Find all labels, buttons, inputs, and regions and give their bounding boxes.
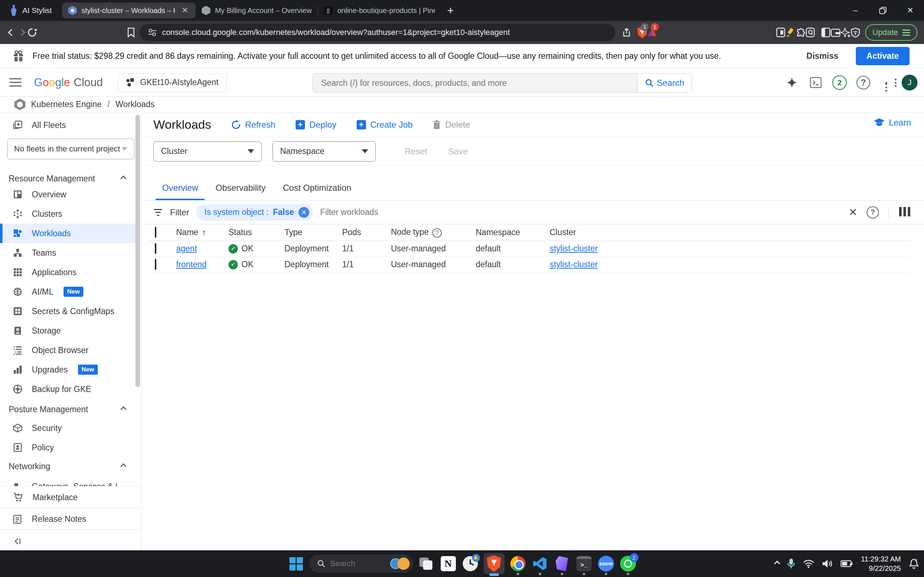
vscode-app-icon[interactable] xyxy=(531,555,549,572)
section-networking[interactable]: Networking xyxy=(0,457,136,475)
share-button[interactable] xyxy=(622,24,631,40)
chrome-app-icon[interactable] xyxy=(509,555,527,572)
filter-workloads-input[interactable] xyxy=(320,207,842,217)
brave-shields-button[interactable]: 1 xyxy=(637,24,647,40)
learn-link[interactable]: Learn xyxy=(874,118,911,128)
tab-overview[interactable]: Overview xyxy=(153,183,207,200)
reset-button[interactable]: Reset xyxy=(399,147,432,156)
reload-button[interactable] xyxy=(27,24,37,41)
sidebar-panel-button[interactable] xyxy=(821,24,830,40)
bookmark-button[interactable] xyxy=(126,24,136,41)
select-all-checkbox[interactable] xyxy=(155,227,156,238)
tab-group-ai-stylist[interactable]: AI Stylist xyxy=(0,5,62,16)
zoom-app-icon[interactable]: zoom xyxy=(597,555,615,572)
sidebar-item-security[interactable]: Security xyxy=(0,418,136,438)
row-checkbox[interactable] xyxy=(155,259,156,270)
col-header-type[interactable]: Type xyxy=(284,227,342,237)
section-posture-management[interactable]: Posture Management xyxy=(0,400,136,418)
restore-button[interactable] xyxy=(869,0,897,21)
whatsapp-app-icon[interactable]: 2 xyxy=(619,555,637,572)
row-checkbox[interactable] xyxy=(155,243,156,254)
more-options-button[interactable] xyxy=(878,73,897,92)
cloud-shell-button[interactable] xyxy=(806,73,825,92)
wallet-button[interactable] xyxy=(830,24,841,40)
taskbar-clock[interactable]: 11:29:32 AM 9/22/2025 xyxy=(861,554,901,573)
sidebar-item-policy[interactable]: Policy xyxy=(0,438,136,457)
cluster-link[interactable]: stylist-cluster xyxy=(550,259,598,269)
tab-close-icon[interactable]: ✕ xyxy=(179,5,190,16)
dismiss-button[interactable]: Dismiss xyxy=(798,48,847,64)
help-icon[interactable]: ? xyxy=(432,228,442,238)
filter-chip-system-object[interactable]: Is system object : False ✕ xyxy=(196,204,313,221)
cloud-search-bar[interactable]: Search xyxy=(312,73,692,93)
sidebar-item-backup-gke[interactable]: Backup for GKE xyxy=(0,379,136,399)
sidebar-item-storage[interactable]: Storage xyxy=(0,321,136,340)
notion-app-icon[interactable]: N xyxy=(439,555,457,572)
browser-update-button[interactable]: Update xyxy=(865,24,918,41)
activate-button[interactable]: Activate xyxy=(856,47,909,65)
breadcrumb-parent[interactable]: Kubernetes Engine xyxy=(31,100,102,109)
workload-link[interactable]: agent xyxy=(176,244,197,253)
workload-link[interactable]: frontend xyxy=(176,259,207,269)
project-selector[interactable]: GKEt10-AIstyleAgent xyxy=(118,73,227,92)
microphone-icon[interactable] xyxy=(787,558,795,569)
sidebar-scrollbar[interactable] xyxy=(135,115,140,387)
refresh-button[interactable]: Refresh xyxy=(231,120,275,130)
create-job-button[interactable]: + Create Job xyxy=(357,120,412,130)
extension-reader-icon[interactable] xyxy=(776,24,785,40)
sidebar-item-clipped[interactable]: Gateways, Services & I xyxy=(0,477,142,486)
tab-stylist-cluster[interactable]: stylist-cluster – Workloads – Kub ✕ xyxy=(62,3,195,18)
col-header-node-type[interactable]: Node type? xyxy=(391,227,476,238)
sidebar-item-overview[interactable]: Overview xyxy=(0,185,136,204)
notification-bell-icon[interactable]: zz xyxy=(909,558,919,569)
col-header-name[interactable]: Name↑ xyxy=(176,227,228,237)
sidebar-item-marketplace[interactable]: Marketplace xyxy=(0,488,136,507)
notifications-button[interactable]: 2 xyxy=(830,73,849,92)
sidebar-item-all-fleets[interactable]: All Fleets xyxy=(0,115,136,135)
sidebar-item-clusters[interactable]: Clusters xyxy=(0,204,136,224)
terminal-app-icon[interactable]: >_ xyxy=(575,555,593,572)
clear-filters-icon[interactable]: ✕ xyxy=(849,206,857,218)
back-button[interactable] xyxy=(6,24,16,41)
col-header-cluster[interactable]: Cluster xyxy=(550,227,911,237)
cluster-dropdown[interactable]: Cluster xyxy=(153,141,262,161)
volume-icon[interactable] xyxy=(822,559,833,568)
extension-puzzle-icon[interactable] xyxy=(795,24,806,40)
filter-help-icon[interactable]: ? xyxy=(867,206,879,219)
cloud-search-button[interactable]: Search xyxy=(637,74,691,92)
cluster-link[interactable]: stylist-cluster xyxy=(550,244,598,253)
minimize-button[interactable]: – xyxy=(842,0,869,21)
gemini-button[interactable] xyxy=(782,73,801,92)
extension-highlighter-icon[interactable] xyxy=(785,24,795,40)
sidebar-item-ai-ml[interactable]: AI/ML New xyxy=(0,282,136,301)
collapse-sidebar-button[interactable] xyxy=(0,532,136,551)
nav-menu-button[interactable] xyxy=(10,76,22,89)
save-button[interactable]: Save xyxy=(443,147,473,156)
col-header-namespace[interactable]: Namespace xyxy=(476,227,550,237)
close-button[interactable]: ✕ xyxy=(897,0,924,21)
account-avatar[interactable]: J xyxy=(901,75,918,90)
sidebar-item-applications[interactable]: Applications xyxy=(0,263,136,282)
tab-billing[interactable]: My Billing Account – Overview – Billin xyxy=(195,3,318,18)
deploy-button[interactable]: + Deploy xyxy=(296,120,336,130)
google-cloud-logo[interactable]: Google Cloud xyxy=(34,76,103,89)
chip-close-icon[interactable]: ✕ xyxy=(299,207,309,218)
sidebar-item-release-notes[interactable]: Release Notes xyxy=(0,509,136,529)
sidebar-item-secrets-configmaps[interactable]: Secrets & ConfigMaps xyxy=(0,301,136,321)
taskbar-search-input[interactable] xyxy=(330,559,384,568)
col-header-pods[interactable]: Pods xyxy=(342,227,391,237)
new-tab-button[interactable]: + xyxy=(440,4,461,17)
taskbar-search[interactable] xyxy=(310,555,413,572)
help-button[interactable]: ? xyxy=(854,73,873,92)
brave-app-icon[interactable] xyxy=(484,553,505,574)
task-view-button[interactable] xyxy=(418,555,435,572)
sidebar-item-object-browser[interactable]: Object Browser xyxy=(0,340,136,360)
tab-observability[interactable]: Observability xyxy=(207,183,274,200)
forward-button[interactable] xyxy=(16,24,27,41)
sidebar-item-workloads[interactable]: Workloads xyxy=(0,224,136,243)
cloud-search-input[interactable] xyxy=(313,74,637,92)
tray-expand-icon[interactable] xyxy=(774,561,780,567)
obsidian-app-icon[interactable] xyxy=(553,555,571,572)
brave-rewards-button[interactable]: 1 xyxy=(647,24,657,40)
url-bar[interactable]: console.cloud.google.com/kubernetes/work… xyxy=(140,24,615,41)
